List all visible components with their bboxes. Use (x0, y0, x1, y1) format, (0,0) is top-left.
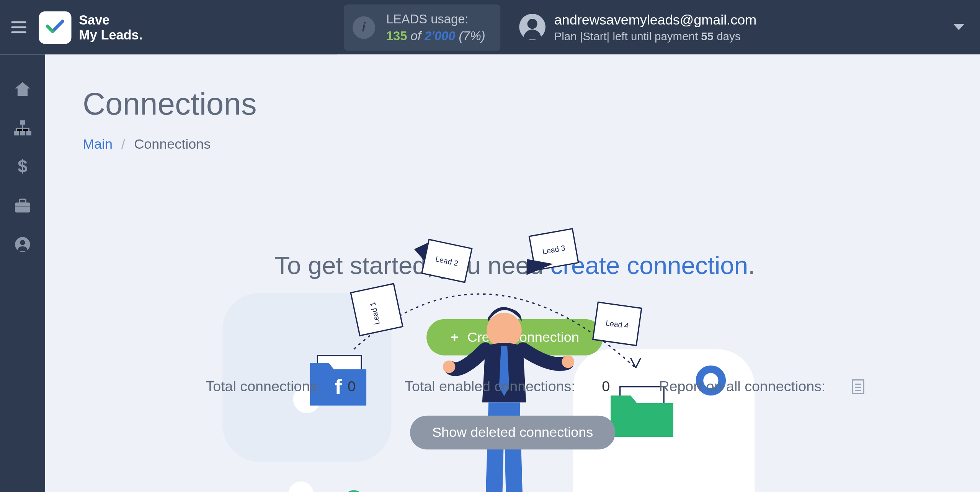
usage-percent: (7%) (459, 28, 485, 42)
breadcrumb-separator: / (121, 136, 125, 152)
check-icon (46, 16, 64, 38)
info-icon: i (352, 16, 375, 39)
chevron-down-icon (953, 24, 964, 30)
user-email: andrewsavemyleads@gmail.com (554, 10, 757, 29)
user-menu[interactable]: andrewsavemyleads@gmail.com Plan |Start|… (519, 10, 964, 44)
usage-total: 2'000 (425, 28, 456, 42)
document-icon (852, 379, 865, 394)
brand-line1: Save (79, 13, 142, 27)
leads-usage-box: i LEADS usage: 135 of 2'000 (7%) (344, 4, 500, 51)
show-deleted-button[interactable]: Show deleted connections (410, 416, 616, 449)
home-icon[interactable] (12, 80, 33, 98)
report-link[interactable]: Report on all connections: (648, 378, 876, 395)
body-wrap: $ Connections Main / Connections To get … (0, 54, 980, 492)
svg-rect-5 (15, 202, 30, 212)
header-right: i LEADS usage: 135 of 2'000 (7%) andrews… (344, 4, 965, 51)
avatar-icon (519, 14, 546, 41)
page-title: Connections (83, 86, 942, 122)
user-info: andrewsavemyleads@gmail.com Plan |Start|… (554, 10, 757, 44)
usage-values: 135 of 2'000 (7%) (386, 27, 485, 44)
sidebar: $ (0, 54, 45, 492)
header-left: Save My Leads. (6, 11, 142, 44)
svg-rect-2 (20, 131, 25, 135)
sitemap-icon[interactable] (12, 118, 33, 137)
show-deleted-label: Show deleted connections (432, 425, 593, 440)
enabled-connections: Total enabled connections: 0 (394, 378, 625, 395)
user-plan: Plan |Start| left until payment 55 days (554, 29, 757, 44)
svg-rect-6 (20, 199, 26, 203)
stats-row: Total connections: 0 Total enabled conne… (90, 378, 980, 395)
breadcrumb-current: Connections (134, 136, 211, 152)
svg-rect-1 (14, 131, 19, 135)
empty-illustration: Lead 1 Lead 2 Lead 3 Lead 4 (197, 211, 761, 492)
svg-text:$: $ (18, 157, 27, 176)
brand-line2: My Leads. (79, 27, 142, 42)
main-content: Connections Main / Connections To get st… (45, 54, 980, 492)
svg-rect-3 (26, 131, 31, 135)
breadcrumb-main-link[interactable]: Main (83, 136, 113, 152)
briefcase-icon[interactable] (12, 196, 33, 215)
menu-toggle-button[interactable] (6, 15, 31, 39)
dollar-icon[interactable]: $ (12, 157, 33, 176)
svg-point-28 (443, 361, 456, 373)
svg-point-27 (487, 313, 522, 348)
brand-text: Save My Leads. (79, 13, 142, 42)
svg-point-9 (20, 240, 25, 245)
usage-of: of (411, 28, 421, 42)
usage-text: LEADS usage: 135 of 2'000 (7%) (386, 10, 485, 44)
svg-point-29 (562, 356, 574, 368)
svg-rect-0 (20, 120, 25, 125)
app-logo[interactable] (39, 11, 71, 44)
usage-used: 135 (386, 28, 407, 42)
total-connections: Total connections: 0 (194, 378, 371, 395)
top-header: Save My Leads. i LEADS usage: 135 of 2'0… (0, 0, 980, 54)
user-icon[interactable] (12, 235, 33, 254)
breadcrumb: Main / Connections (83, 136, 942, 153)
usage-label: LEADS usage: (386, 10, 485, 27)
